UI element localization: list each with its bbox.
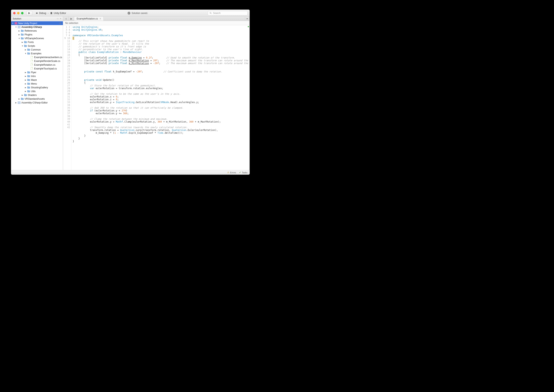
marker-success-icon (248, 26, 249, 27)
nav-back-button[interactable]: ◀ (63, 16, 69, 21)
tree-item[interactable]: ExampleRotation.cs (11, 63, 63, 67)
file-icon (30, 63, 33, 66)
ide-window: Debug › Unity Editor ✓ Solution saved. S… (11, 10, 250, 175)
code-editor[interactable]: 1 2 3 4 5 6 7 8 9 10 11 12 13 14 15 16 1… (63, 25, 249, 170)
tree-item[interactable]: ▶Common (11, 48, 63, 52)
search-icon (210, 12, 212, 14)
editor-tab[interactable]: ExampleRotation.cs × (74, 16, 104, 21)
tree-item[interactable]: ▶Fonts (11, 40, 63, 44)
tree-item[interactable]: ▶Menu (11, 82, 63, 85)
disclosure-right-icon[interactable]: ▶ (21, 94, 23, 96)
tree-item[interactable]: ExampleTouchpad.cs (11, 67, 63, 70)
chevron-right-icon: › (48, 12, 49, 14)
search-input[interactable]: Search (208, 11, 247, 15)
tree-item[interactable]: ExampleInteractiveItem.cs (11, 55, 63, 59)
window-controls (13, 12, 23, 14)
disclosure-down-icon[interactable]: ▼ (18, 37, 20, 39)
nav-forward-button[interactable]: ▶ (69, 16, 74, 21)
tree-item-label: ExampleTouchpad.cs (34, 67, 57, 70)
solution-icon (14, 22, 18, 25)
disclosure-right-icon[interactable]: ▶ (25, 75, 27, 77)
pad-float-icon[interactable]: ▭ (57, 18, 58, 20)
line-gutter: 1 2 3 4 5 6 7 8 9 10 11 12 13 14 15 16 1… (63, 25, 71, 170)
run-button[interactable] (26, 11, 32, 15)
folder-icon (21, 29, 24, 32)
file-icon (30, 60, 33, 63)
tree-item[interactable]: ▶VRStandardAssets (11, 97, 63, 101)
disclosure-right-icon[interactable]: ▶ (25, 83, 27, 85)
tree-item-label: Fonts (28, 41, 34, 44)
disclosure-down-icon[interactable]: ▼ (12, 22, 14, 24)
svg-rect-11 (18, 26, 21, 28)
warning-icon: ⚠ (227, 171, 229, 174)
tree-item-label: VRSampleScenes (25, 37, 44, 40)
titlebar: Debug › Unity Editor ✓ Solution saved. S… (11, 10, 250, 16)
file-icon (30, 56, 33, 59)
tree-item-label: Maze (31, 79, 37, 81)
disclosure-right-icon[interactable]: ▶ (15, 102, 17, 104)
pad-close-icon[interactable]: ✕ (60, 18, 61, 20)
tree-item[interactable]: ExampleRenderScale.cs (11, 59, 63, 63)
minimize-window-button[interactable] (17, 12, 20, 14)
tree-item-label: Intro (31, 75, 36, 78)
pad-controls: ▭ ✕ (57, 18, 61, 20)
folder-icon (27, 71, 30, 74)
tree-item[interactable]: ▶References (11, 29, 63, 33)
errors-pad-button[interactable]: ⚠ Errors (227, 171, 236, 174)
folder-icon (27, 52, 30, 55)
disclosure-down-icon[interactable]: ▼ (25, 53, 27, 55)
tree-item[interactable]: ▶Plugins (11, 33, 63, 36)
editor-breadcrumb[interactable]: No selection (63, 21, 249, 25)
disclosure-right-icon[interactable]: ▶ (25, 79, 27, 81)
tree-item[interactable]: ▼Assembly-CSharp (11, 25, 63, 29)
tree-item[interactable]: ▶Utils (11, 89, 63, 93)
editor-tabbar: ◀ ▶ ExampleRotation.cs × ▾ (63, 16, 249, 21)
zoom-window-button[interactable] (21, 12, 23, 14)
disclosure-right-icon[interactable]: ▶ (25, 87, 27, 89)
tree-item[interactable]: ▶Maze (11, 78, 63, 82)
disclosure-right-icon[interactable]: ▶ (18, 34, 20, 36)
folder-icon (27, 86, 30, 89)
tree-item-label: Shaders (28, 94, 37, 97)
svg-rect-12 (18, 101, 21, 104)
disclosure-right-icon[interactable]: ▶ (18, 98, 20, 100)
tree-item-label: Assembly-CSharp (21, 26, 42, 28)
tree-item-label: Menu (31, 82, 37, 85)
disclosure-right-icon[interactable]: ▶ (21, 41, 23, 43)
tab-overflow-button[interactable]: ▾ (245, 16, 249, 21)
tree-item[interactable]: ▼Examples (11, 52, 63, 55)
solution-title: Solution (13, 17, 21, 20)
code-content[interactable]: using UnityEngine; using UnityEngine.VR;… (71, 25, 249, 170)
disclosure-right-icon[interactable]: ▶ (18, 30, 20, 32)
run-config-selector[interactable]: Debug › Unity Editor (34, 11, 68, 15)
close-icon[interactable]: × (99, 17, 101, 20)
tree-item[interactable]: ▶Shaders (11, 93, 63, 97)
disclosure-down-icon[interactable]: ▼ (15, 26, 17, 28)
folder-icon (27, 48, 30, 51)
disclosure-down-icon[interactable]: ▼ (21, 45, 23, 47)
pkg-icon (18, 101, 21, 104)
solution-tree[interactable]: ▼ New Unity Project ▼Assembly-CSharp▶Ref… (11, 21, 63, 170)
gear-icon[interactable] (59, 22, 62, 25)
tree-item[interactable]: ▼VRSampleScenes (11, 36, 63, 40)
close-window-button[interactable] (13, 12, 15, 14)
pkg-icon (18, 26, 21, 28)
disclosure-right-icon[interactable]: ▶ (25, 49, 27, 51)
tasks-label: Tasks (242, 171, 247, 174)
tree-item[interactable]: ▼Scripts (11, 44, 63, 48)
folder-icon (24, 41, 27, 44)
tree-item[interactable]: ▶Assembly-CSharp-Editor (11, 101, 63, 105)
disclosure-right-icon[interactable]: ▶ (25, 71, 27, 73)
device-icon (50, 12, 53, 14)
search-placeholder: Search (213, 12, 221, 14)
solution-root[interactable]: ▼ New Unity Project (11, 21, 63, 25)
tree-item[interactable]: ▶Flyer (11, 70, 63, 74)
tree-item-label: ExampleRotation.cs (34, 63, 56, 66)
tree-item[interactable]: ▶Intro (11, 74, 63, 78)
folder-icon (24, 94, 27, 97)
disclosure-right-icon[interactable]: ▶ (25, 90, 27, 92)
errors-label: Errors (230, 171, 236, 174)
tree-item-label: ExampleInteractiveItem.cs (34, 56, 62, 59)
tree-item[interactable]: ▶ShootingGallery (11, 85, 63, 89)
tasks-pad-button[interactable]: ✔ Tasks (239, 171, 247, 174)
